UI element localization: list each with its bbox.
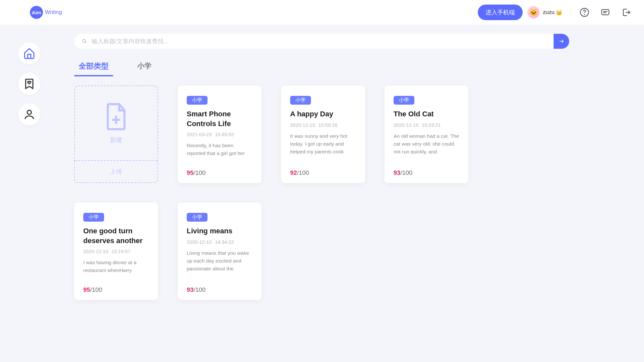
search-bar xyxy=(74,34,569,49)
level-badge: 小学 xyxy=(290,96,311,105)
upload-area[interactable]: 上传 xyxy=(75,160,157,182)
svg-line-8 xyxy=(85,42,86,43)
arrow-right-icon xyxy=(558,38,564,44)
sidebar xyxy=(18,42,40,125)
articles-grid: 新建 上传 小学 Smart Phone Controls Life 2021-… xyxy=(74,85,569,300)
article-score: 95/100 xyxy=(187,169,206,176)
search-submit-button[interactable] xyxy=(554,34,569,49)
crown-icon: 👑 xyxy=(556,9,562,16)
article-timestamp: 2020-12-1510:59:16 xyxy=(290,122,356,128)
main-content: 全部类型 小学 新建 上传 小学 Smart Phone Controls Li… xyxy=(0,25,569,300)
article-timestamp: 2021-03-2315:35:52 xyxy=(187,132,252,137)
article-card[interactable]: 小学 A happy Day 2020-12-1510:59:16 It was… xyxy=(281,85,365,183)
svg-point-7 xyxy=(83,39,86,42)
article-card[interactable]: 小学 Smart Phone Controls Life 2021-03-231… xyxy=(178,85,262,183)
article-title: One good turn deserves another xyxy=(83,226,149,245)
sidebar-item-favorites[interactable] xyxy=(18,73,40,95)
article-card[interactable]: 小学 Living means 2020-12-1014:34:22 Livin… xyxy=(178,202,262,300)
article-title: The Old Cat xyxy=(394,109,459,119)
article-score: 93/100 xyxy=(394,169,412,176)
level-badge: 小学 xyxy=(187,213,208,222)
article-timestamp: 2020-12-1014:34:22 xyxy=(187,239,252,245)
svg-point-6 xyxy=(27,110,32,114)
article-excerpt: I was having dinner at a restaurant when… xyxy=(83,259,149,300)
svg-rect-2 xyxy=(602,9,609,15)
article-score: 92/100 xyxy=(290,169,309,176)
search-input[interactable] xyxy=(92,38,546,45)
sidebar-item-profile[interactable] xyxy=(18,103,40,125)
search-icon xyxy=(82,39,87,44)
tab-primary-school[interactable]: 小学 xyxy=(133,58,156,76)
logo-label: Writing xyxy=(45,9,62,16)
username-label: zuzu xyxy=(543,9,555,16)
avatar[interactable]: 🐱 xyxy=(527,6,540,19)
tab-all-types[interactable]: 全部类型 xyxy=(74,58,113,76)
logout-icon[interactable] xyxy=(621,7,631,17)
new-create-area[interactable]: 新建 xyxy=(75,86,157,160)
user-icon xyxy=(23,108,35,121)
message-icon[interactable] xyxy=(600,7,610,17)
article-card[interactable]: 小学 One good turn deserves another 2020-1… xyxy=(74,202,158,300)
svg-point-1 xyxy=(584,14,584,15)
help-icon[interactable] xyxy=(580,7,589,17)
create-label: 新建 xyxy=(110,136,122,144)
sidebar-item-home[interactable] xyxy=(18,42,40,64)
logo-inner-text: Aim xyxy=(32,10,41,15)
tabs: 全部类型 小学 xyxy=(74,58,569,76)
level-badge: 小学 xyxy=(394,96,414,105)
article-title: Smart Phone Controls Life xyxy=(187,109,252,128)
divider xyxy=(571,8,571,17)
home-icon xyxy=(23,47,35,59)
file-plus-icon xyxy=(103,102,129,133)
article-score: 95/100 xyxy=(83,286,102,293)
article-timestamp: 2020-12-1015:23:21 xyxy=(394,122,459,128)
search-box xyxy=(74,34,554,49)
article-title: Living means xyxy=(187,226,252,236)
logo-icon: Aim xyxy=(30,6,43,19)
article-card[interactable]: 小学 The Old Cat 2020-12-1015:23:21 An old… xyxy=(384,85,468,183)
article-excerpt: Recently, it has been reported that a gi… xyxy=(187,142,252,183)
article-score: 93/100 xyxy=(187,286,206,293)
level-badge: 小学 xyxy=(83,213,104,222)
level-badge: 小学 xyxy=(187,96,208,105)
enter-mobile-button[interactable]: 进入手机端 xyxy=(478,5,523,20)
upload-label: 上传 xyxy=(110,167,122,176)
article-title: A happy Day xyxy=(290,109,356,119)
bookmark-heart-icon xyxy=(23,78,35,90)
header: Aim Writing 进入手机端 🐱 zuzu 👑 xyxy=(0,0,644,25)
new-article-card[interactable]: 新建 上传 xyxy=(74,85,158,183)
article-timestamp: 2020-12-1015:19:57 xyxy=(83,249,149,254)
